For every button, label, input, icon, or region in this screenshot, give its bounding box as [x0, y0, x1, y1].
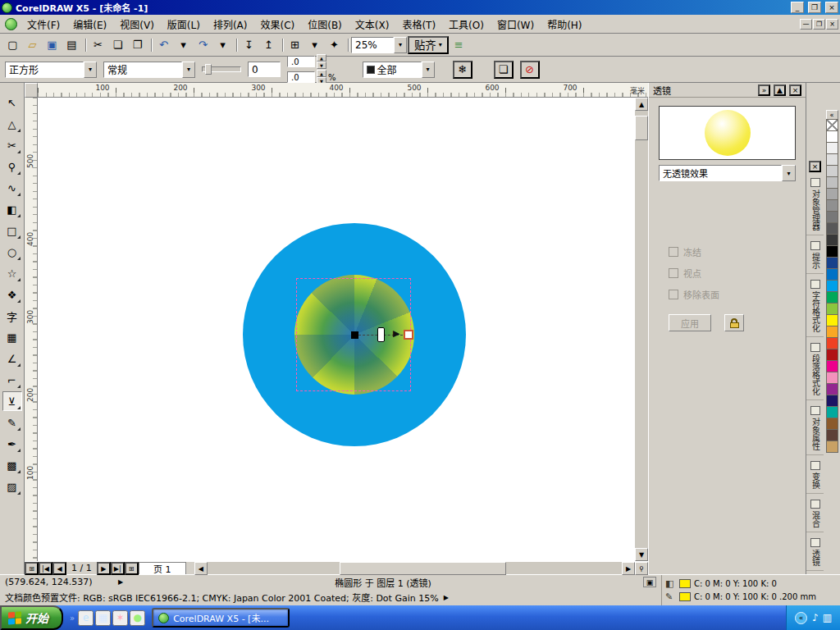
next-page-button[interactable]: ▶: [97, 562, 111, 575]
tabstrip-close-icon[interactable]: ×: [809, 161, 821, 172]
menu-item[interactable]: 排列(A): [207, 16, 254, 33]
menu-item[interactable]: 版面(L): [161, 16, 207, 33]
no-transparency-button[interactable]: ⊘: [520, 61, 540, 79]
palette-swatch[interactable]: [826, 199, 838, 212]
menu-item[interactable]: 视图(V): [113, 16, 161, 33]
copy-transparency-button[interactable]: ❏: [494, 61, 514, 79]
transparency-midpoint-handle[interactable]: [377, 327, 385, 342]
palette-swatch[interactable]: [826, 395, 838, 407]
snap-to-dropdown[interactable]: 贴齐 ▾: [408, 36, 449, 54]
palette-swatch[interactable]: [826, 337, 838, 349]
add-page-before-button[interactable]: ⊞: [25, 562, 39, 575]
horizontal-scroll-thumb[interactable]: [340, 562, 505, 575]
scroll-up-icon[interactable]: ▲: [635, 98, 648, 111]
vertical-ruler[interactable]: 500 400 300 200 100: [25, 98, 38, 561]
ruler-origin-button[interactable]: [25, 83, 38, 98]
docker-collapse-icon[interactable]: ▲: [774, 84, 786, 96]
palette-swatch[interactable]: [826, 222, 838, 235]
pan-corner-button[interactable]: ⚲: [635, 562, 648, 575]
angle-up-icon[interactable]: ▲: [317, 54, 326, 62]
apply-button[interactable]: 应用: [669, 314, 711, 331]
zoom-dropdown-arrow-icon[interactable]: ▾: [394, 37, 407, 53]
gradient-edge-input[interactable]: .0: [287, 71, 315, 83]
palette-swatch[interactable]: [826, 314, 838, 326]
palette-swatch[interactable]: [826, 303, 838, 315]
palette-swatch[interactable]: [826, 165, 838, 177]
horizontal-ruler[interactable]: 毫米 100 200 300 400 500 600 700: [38, 83, 648, 98]
tool-basic-shapes[interactable]: ❖: [2, 285, 22, 304]
toolbar-button-import[interactable]: ↧: [240, 36, 258, 54]
toolbar-button-undo[interactable]: ↶: [154, 36, 173, 54]
palette-swatch[interactable]: [826, 245, 838, 258]
palette-swatch[interactable]: [826, 176, 838, 189]
toolbar-button-welcome-screen[interactable]: ✦: [325, 36, 344, 54]
tool-fill[interactable]: ▩: [2, 455, 22, 475]
menu-item[interactable]: 窗口(W): [491, 16, 541, 33]
palette-swatch[interactable]: [826, 188, 838, 200]
status-expander-icon[interactable]: ▶: [118, 578, 123, 586]
previous-page-button[interactable]: ◀: [52, 562, 66, 575]
toolbar-button-copy[interactable]: ❏: [108, 36, 127, 54]
lock-button[interactable]: [724, 314, 744, 331]
toolbar-button-redo-list[interactable]: ▾: [213, 36, 232, 54]
docker-tab[interactable]: 对象属性: [806, 404, 824, 455]
doc-restore-button[interactable]: ❐: [813, 19, 825, 30]
tool-polygon[interactable]: ☆: [2, 263, 22, 283]
palette-swatch[interactable]: [826, 418, 838, 430]
tool-transparency[interactable]: ⊻: [2, 391, 22, 411]
docker-tab[interactable]: 混合: [806, 497, 824, 532]
last-page-button[interactable]: ▶|: [111, 562, 125, 575]
docker-tab[interactable]: 字符格式化: [806, 277, 824, 337]
horizontal-scrollbar[interactable]: ◀ ▶: [194, 562, 635, 574]
docker-tab[interactable]: 段落格式化: [806, 340, 824, 400]
docker-tab[interactable]: 变换: [806, 459, 824, 494]
toolbar-button-app-launcher-list[interactable]: ▾: [305, 36, 324, 54]
docker-tab[interactable]: 提示: [806, 239, 824, 274]
tool-rectangle[interactable]: □: [2, 221, 22, 240]
palette-swatch[interactable]: [826, 383, 838, 395]
toolbar-button-print[interactable]: ▤: [62, 36, 81, 54]
palette-swatch[interactable]: [826, 326, 838, 338]
transparency-target-arrow-icon[interactable]: ▾: [422, 62, 435, 78]
quick-launch-show-desktop[interactable]: ▦: [95, 610, 111, 626]
tool-shape[interactable]: △: [2, 114, 22, 134]
transparency-operation-value[interactable]: 常规: [103, 62, 182, 78]
toolbar-button-undo-list[interactable]: ▾: [174, 36, 193, 54]
checkbox-viewpoint[interactable]: 视点: [669, 267, 806, 280]
quick-launch-media[interactable]: ✶: [112, 610, 128, 626]
palette-swatch[interactable]: [826, 372, 838, 384]
palette-swatch[interactable]: [826, 406, 838, 418]
menu-item[interactable]: 位图(B): [301, 16, 349, 33]
minimize-button[interactable]: _: [791, 2, 804, 13]
vertical-scroll-thumb[interactable]: [635, 116, 648, 140]
palette-swatch[interactable]: [826, 142, 838, 154]
quick-launch-more-icon[interactable]: »: [70, 614, 75, 623]
tool-crop[interactable]: ✂: [2, 135, 22, 155]
quick-launch-coreldraw[interactable]: ●: [130, 610, 145, 626]
tray-volume[interactable]: ♪: [812, 612, 819, 623]
object-detail-icon[interactable]: ▣: [643, 577, 656, 587]
palette-swatch[interactable]: [826, 153, 838, 166]
palette-swatch[interactable]: [826, 291, 838, 304]
tray-network[interactable]: ▥: [823, 612, 832, 623]
vertical-scroll-track[interactable]: [635, 111, 648, 548]
tool-smart-fill[interactable]: ◧: [2, 199, 22, 219]
scroll-down-icon[interactable]: ▼: [635, 548, 648, 561]
menu-item[interactable]: 文件(F): [21, 16, 66, 33]
tool-pick[interactable]: ↖: [2, 93, 22, 112]
doc-close-button[interactable]: ×: [826, 19, 838, 30]
transparency-midpoint-input[interactable]: 0: [248, 62, 281, 77]
drawing-canvas[interactable]: ▶: [38, 98, 635, 561]
profile-expander-icon[interactable]: ▶: [444, 594, 449, 601]
scroll-left-icon[interactable]: ◀: [194, 562, 208, 575]
zoom-level-value[interactable]: 25%: [351, 37, 394, 53]
start-button[interactable]: 开始: [0, 605, 63, 630]
tool-outline-pen[interactable]: ✒: [2, 434, 22, 454]
palette-swatch[interactable]: [826, 257, 838, 269]
docker-expand-icon[interactable]: »: [758, 84, 770, 96]
docker-close-icon[interactable]: ×: [789, 84, 801, 96]
toolbar-button-app-launcher[interactable]: ⊞: [285, 36, 304, 54]
transparency-midpoint-slider[interactable]: [202, 66, 241, 72]
transparency-start-handle[interactable]: [351, 331, 358, 339]
palette-swatch[interactable]: [826, 280, 838, 292]
